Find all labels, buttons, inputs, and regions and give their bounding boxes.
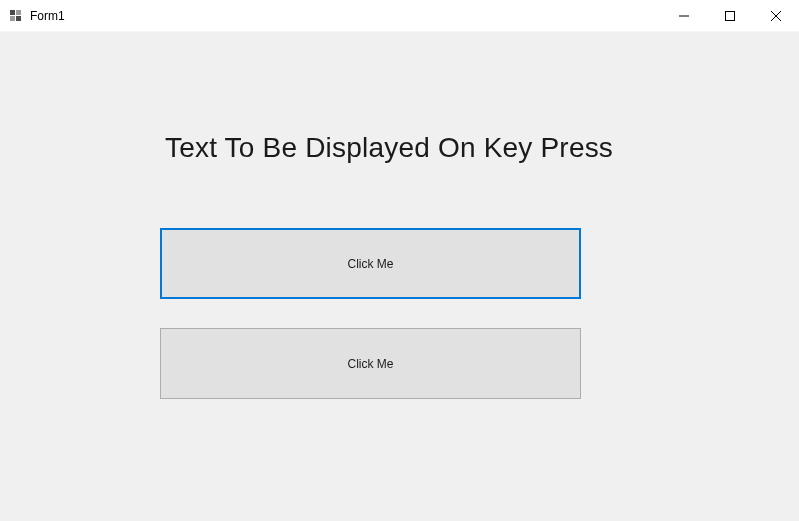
maximize-icon [725, 11, 735, 21]
close-button[interactable] [753, 0, 799, 31]
window-controls [661, 0, 799, 31]
titlebar-left: Form1 [8, 8, 65, 24]
client-area: Text To Be Displayed On Key Press Click … [0, 32, 799, 521]
maximize-button[interactable] [707, 0, 753, 31]
titlebar: Form1 [0, 0, 799, 32]
window-title: Form1 [30, 9, 65, 23]
button-1-label: Click Me [347, 257, 393, 271]
close-icon [771, 11, 781, 21]
window-frame: Form1 Text To Be Displayed On Key P [0, 0, 799, 521]
button-1[interactable]: Click Me [160, 228, 581, 299]
button-2-label: Click Me [347, 357, 393, 371]
svg-rect-2 [10, 16, 15, 21]
svg-rect-1 [16, 10, 21, 15]
svg-rect-5 [726, 11, 735, 20]
minimize-button[interactable] [661, 0, 707, 31]
app-icon [8, 8, 24, 24]
main-label: Text To Be Displayed On Key Press [165, 132, 613, 164]
button-2[interactable]: Click Me [160, 328, 581, 399]
svg-rect-3 [16, 16, 21, 21]
minimize-icon [679, 11, 689, 21]
svg-rect-0 [10, 10, 15, 15]
